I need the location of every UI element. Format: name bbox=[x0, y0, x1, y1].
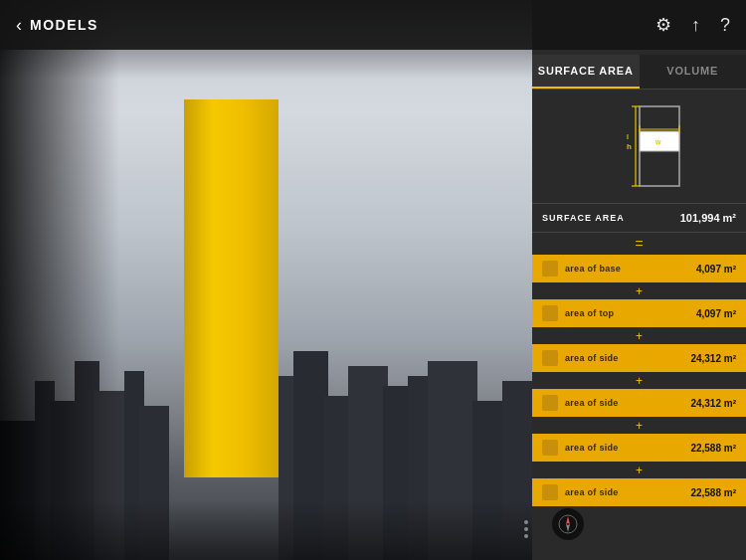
svg-text:w: w bbox=[654, 138, 661, 145]
row-value: 4,097 m² bbox=[696, 264, 736, 275]
list-item: area of base4,097 m² bbox=[532, 255, 746, 282]
prism-diagram: h l w bbox=[580, 101, 699, 191]
svg-marker-2 bbox=[566, 524, 570, 532]
svg-text:l: l bbox=[627, 133, 629, 140]
operator-row: + bbox=[532, 418, 746, 434]
overflow-menu-button[interactable] bbox=[524, 520, 528, 538]
row-color-swatch bbox=[542, 350, 558, 366]
row-color-swatch bbox=[542, 305, 558, 321]
dot-2 bbox=[524, 527, 528, 531]
operator-row: + bbox=[532, 373, 746, 389]
table-row: area of side24,312 m²+ bbox=[532, 389, 746, 434]
row-color-swatch bbox=[542, 395, 558, 411]
row-label: area of base bbox=[565, 264, 696, 274]
operator-row: + bbox=[532, 328, 746, 344]
left-vignette bbox=[0, 0, 119, 560]
row-label: area of side bbox=[565, 398, 690, 408]
list-item: area of side24,312 m² bbox=[532, 389, 746, 417]
top-navigation: ‹ MODELS ⚙ ↑ ? bbox=[0, 0, 746, 50]
row-label: area of top bbox=[565, 308, 696, 318]
row-color-swatch bbox=[542, 484, 558, 500]
prism-diagram-area: h l w bbox=[532, 90, 746, 204]
table-row: area of side22,588 m²+ bbox=[532, 434, 746, 478]
row-color-swatch bbox=[542, 261, 558, 277]
help-icon[interactable]: ? bbox=[720, 15, 730, 36]
table-row: area of top4,097 m²+ bbox=[532, 299, 746, 344]
table-row: area of base4,097 m²+ bbox=[532, 255, 746, 299]
tab-row: SURFACE AREA VOLUME bbox=[532, 55, 746, 90]
table-row: area of side24,312 m²+ bbox=[532, 344, 746, 389]
row-value: 24,312 m² bbox=[690, 353, 736, 364]
list-item: area of top4,097 m² bbox=[532, 299, 746, 327]
dot-1 bbox=[524, 520, 528, 524]
list-item: area of side22,588 m² bbox=[532, 434, 746, 462]
surface-area-header: SURFACE AREA 101,994 m² bbox=[532, 204, 746, 233]
svg-text:h: h bbox=[627, 142, 632, 151]
right-panel: SURFACE AREA VOLUME h l w bbox=[532, 0, 746, 560]
nav-actions: ⚙ ↑ ? bbox=[655, 14, 730, 36]
3d-scene[interactable] bbox=[0, 0, 532, 560]
tab-volume[interactable]: VOLUME bbox=[640, 55, 747, 89]
share-icon[interactable]: ↑ bbox=[691, 15, 700, 36]
back-chevron-icon: ‹ bbox=[16, 16, 22, 34]
list-item: area of side22,588 m² bbox=[532, 478, 746, 506]
row-label: area of side bbox=[565, 487, 690, 497]
row-value: 22,588 m² bbox=[690, 487, 736, 498]
svg-marker-1 bbox=[566, 516, 570, 524]
table-row: area of side22,588 m² bbox=[532, 478, 746, 506]
tab-surface-area[interactable]: SURFACE AREA bbox=[532, 55, 640, 89]
3d-prism-model bbox=[184, 99, 279, 477]
equals-row: = bbox=[532, 233, 746, 255]
surface-area-label: SURFACE AREA bbox=[542, 213, 625, 223]
row-label: area of side bbox=[565, 353, 690, 363]
operator-row: + bbox=[532, 283, 746, 299]
list-item: area of side24,312 m² bbox=[532, 344, 746, 372]
bottom-vignette bbox=[0, 500, 532, 560]
tools-icon[interactable]: ⚙ bbox=[655, 14, 671, 36]
prism-svg: h l w bbox=[580, 101, 699, 191]
row-label: area of side bbox=[565, 443, 690, 453]
compass-icon bbox=[558, 514, 578, 534]
row-value: 22,588 m² bbox=[690, 443, 736, 454]
nav-title: MODELS bbox=[30, 17, 98, 33]
row-color-swatch bbox=[542, 440, 558, 456]
compass-button[interactable] bbox=[552, 508, 584, 540]
back-button[interactable]: ‹ MODELS bbox=[16, 16, 98, 34]
surface-area-total: 101,994 m² bbox=[680, 212, 736, 224]
operator-row: + bbox=[532, 463, 746, 478]
row-value: 24,312 m² bbox=[690, 398, 736, 409]
dot-3 bbox=[524, 534, 528, 538]
row-value: 4,097 m² bbox=[696, 308, 736, 319]
